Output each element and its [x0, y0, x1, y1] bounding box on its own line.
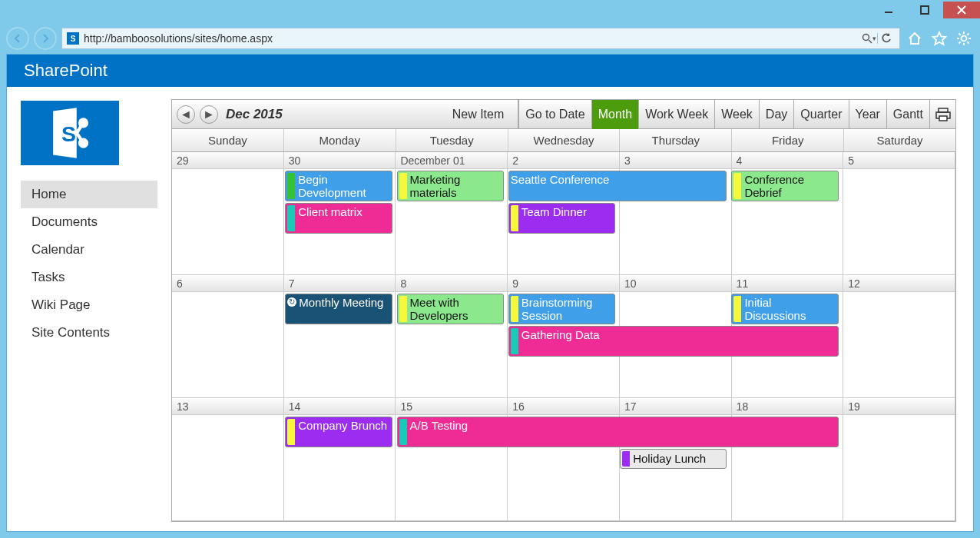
- calendar-title: Dec 2015: [226, 107, 283, 122]
- event-holiday-lunch[interactable]: Holiday Lunch: [620, 449, 727, 469]
- event-label: Company Brunch: [298, 419, 387, 432]
- event-label: Conference Debrief: [744, 173, 834, 200]
- sidebar-item-site-contents[interactable]: Site Contents: [21, 319, 157, 347]
- event-monthly-meeting[interactable]: ↻Monthly Meeting: [285, 294, 392, 324]
- event-stripe: [733, 296, 741, 322]
- sidebar-item-documents[interactable]: Documents: [21, 208, 157, 236]
- address-bar[interactable]: S http://bamboosolutions/sites/home.aspx…: [61, 28, 900, 49]
- print-button[interactable]: [929, 100, 955, 129]
- page-header: SharePoint: [7, 55, 973, 87]
- page-title: SharePoint: [24, 61, 108, 81]
- event-stripe: [399, 296, 407, 322]
- event-company-brunch[interactable]: Company Brunch: [285, 417, 392, 447]
- date-label: 14: [284, 398, 396, 415]
- view-go-to-date[interactable]: Go to Date: [518, 100, 591, 129]
- event-label: Begin Development: [298, 173, 388, 200]
- prev-month-button[interactable]: ◄: [177, 105, 195, 124]
- date-label: December 01: [396, 152, 507, 169]
- search-icon[interactable]: ▾: [861, 33, 878, 44]
- browser-toolbar: S http://bamboosolutions/sites/home.aspx…: [0, 23, 980, 54]
- settings-icon[interactable]: [954, 28, 974, 48]
- sidebar-item-wiki-page[interactable]: Wiki Page: [21, 291, 157, 319]
- day-header: Wednesday: [508, 129, 621, 151]
- event-seattle-conference[interactable]: Seattle Conference: [508, 171, 727, 201]
- event-gathering-data[interactable]: Gathering Data: [508, 326, 839, 357]
- event-label: Brainstorming Session: [521, 296, 611, 323]
- event-begin-development[interactable]: Begin Development: [285, 171, 392, 201]
- window-title-bar: [0, 0, 980, 23]
- event-label: Seattle Conference: [511, 173, 609, 186]
- date-label: 2: [508, 152, 619, 169]
- date-label: 5: [843, 152, 955, 169]
- svg-line-5: [869, 40, 872, 43]
- minimize-button[interactable]: [871, 2, 906, 18]
- event-stripe: [511, 296, 518, 322]
- back-button[interactable]: [6, 27, 29, 50]
- next-month-button[interactable]: ►: [200, 105, 218, 124]
- url-text: http://bamboosolutions/sites/home.aspx: [84, 32, 861, 45]
- event-a-b-testing[interactable]: A/B Testing: [397, 417, 839, 447]
- day-cell[interactable]: 19: [843, 398, 955, 520]
- event-brainstorming-session[interactable]: Brainstorming Session: [508, 294, 615, 324]
- date-label: 16: [508, 398, 619, 415]
- refresh-icon[interactable]: [878, 33, 895, 44]
- svg-line-13: [959, 42, 961, 43]
- date-label: 18: [732, 398, 843, 415]
- view-gantt[interactable]: Gantt: [886, 100, 929, 129]
- event-stripe: [622, 451, 630, 467]
- day-cell[interactable]: 12: [843, 275, 955, 397]
- date-label: 3: [620, 152, 731, 169]
- maximize-button[interactable]: [907, 2, 942, 18]
- forward-button[interactable]: [34, 27, 57, 50]
- event-initial-discussions[interactable]: Initial Discussions: [731, 294, 838, 324]
- event-stripe: [733, 173, 741, 199]
- svg-rect-20: [939, 116, 947, 121]
- svg-line-12: [967, 42, 968, 43]
- view-month[interactable]: Month: [591, 100, 638, 129]
- date-label: 6: [172, 275, 283, 292]
- event-stripe: [399, 173, 407, 199]
- day-cell[interactable]: 13: [172, 398, 284, 520]
- event-label: Marketing materials: [410, 173, 500, 200]
- day-cell[interactable]: 5: [843, 152, 955, 274]
- event-label: Meet with Developers: [410, 296, 500, 323]
- event-conference-debrief[interactable]: Conference Debrief: [731, 171, 838, 201]
- event-team-dinner[interactable]: Team Dinner: [508, 203, 615, 234]
- date-label: 11: [732, 275, 843, 292]
- view-year[interactable]: Year: [849, 100, 886, 129]
- event-label: Initial Discussions: [744, 296, 834, 323]
- date-label: 29: [172, 152, 283, 169]
- day-header: Saturday: [844, 129, 955, 151]
- date-label: 8: [396, 275, 507, 292]
- recurring-icon: ↻: [287, 297, 296, 307]
- calendar-toolbar: ◄ ► Dec 2015 New Item Go to DateMonthWor…: [172, 100, 955, 129]
- svg-line-11: [959, 34, 961, 35]
- view-week[interactable]: Week: [714, 100, 759, 129]
- close-button[interactable]: [943, 2, 980, 18]
- sidebar-item-tasks[interactable]: Tasks: [21, 264, 157, 291]
- event-client-matrix[interactable]: Client matrix: [285, 203, 392, 234]
- view-quarter[interactable]: Quarter: [793, 100, 848, 129]
- event-label: Team Dinner: [521, 205, 587, 218]
- day-headers-row: SundayMondayTuesdayWednesdayThursdayFrid…: [172, 129, 955, 152]
- event-label: Client matrix: [298, 205, 362, 218]
- sharepoint-logo: S: [21, 101, 119, 165]
- day-cell[interactable]: 6: [172, 275, 284, 397]
- favorites-icon[interactable]: [929, 28, 949, 48]
- event-meet-with-developers[interactable]: Meet with Developers: [397, 294, 504, 324]
- day-cell[interactable]: 29: [172, 152, 284, 274]
- date-label: 7: [284, 275, 396, 292]
- svg-point-4: [863, 35, 869, 41]
- svg-rect-1: [921, 6, 929, 14]
- week-row: 13141516171819Company BrunchA/B TestingH…: [172, 398, 955, 521]
- day-header: Tuesday: [396, 129, 508, 151]
- sidebar-item-home[interactable]: Home: [21, 181, 157, 208]
- date-label: 19: [843, 398, 955, 415]
- home-icon[interactable]: [905, 28, 925, 48]
- date-label: 17: [620, 398, 731, 415]
- view-day[interactable]: Day: [759, 100, 793, 129]
- view-work-week[interactable]: Work Week: [638, 100, 714, 129]
- new-item-button[interactable]: New Item: [439, 108, 518, 121]
- event-marketing-materials[interactable]: Marketing materials: [397, 171, 504, 201]
- sidebar-item-calendar[interactable]: Calendar: [21, 236, 157, 264]
